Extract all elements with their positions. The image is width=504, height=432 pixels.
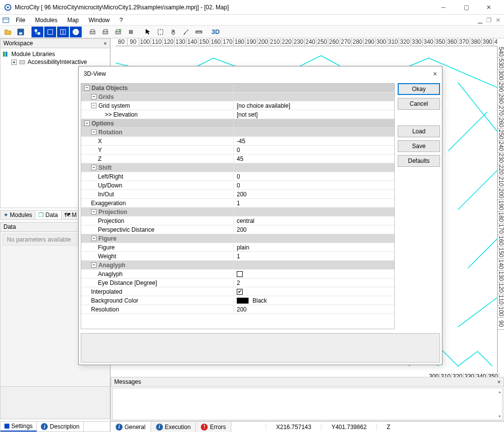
menu-modules[interactable]: Modules	[31, 16, 61, 25]
row-anaglyph[interactable]: Anaglyph	[98, 271, 123, 278]
svg-point-21	[119, 29, 121, 31]
okay-button[interactable]: Okay	[398, 83, 440, 95]
stop-icon[interactable]	[125, 27, 137, 37]
group-options[interactable]: Options	[92, 120, 114, 127]
load-button[interactable]: Load	[398, 125, 440, 137]
val-shift-io[interactable]: 200	[234, 191, 394, 198]
dialog-close-icon[interactable]: ×	[433, 70, 437, 78]
svg-rect-10	[48, 30, 53, 34]
row-rot-x[interactable]: X	[98, 138, 102, 145]
menu-help[interactable]: ?	[116, 16, 127, 25]
group-grids[interactable]: Grids	[98, 93, 114, 100]
group-projection[interactable]: Projection	[98, 209, 127, 216]
expand-icon[interactable]: +	[11, 60, 17, 65]
group-data-objects[interactable]: Data Objects	[92, 85, 127, 92]
mdi-minimize-icon[interactable]: ▁	[476, 17, 484, 24]
menu-map[interactable]: Map	[63, 16, 83, 25]
open-icon[interactable]	[2, 27, 14, 37]
row-figure[interactable]: Figure	[98, 244, 115, 251]
tab-modules[interactable]: ✦Modules	[0, 211, 35, 219]
row-shift-io[interactable]: In/Out	[98, 191, 114, 198]
window-title: MicroCity [ 96 MicroCity\microcity\Micro…	[15, 4, 432, 11]
menu-window[interactable]: Window	[85, 16, 114, 25]
dialog-titlebar[interactable]: 3D-View ×	[79, 66, 442, 81]
3d-button[interactable]: 3D	[210, 27, 221, 37]
row-shift-lr[interactable]: Left/Right	[98, 173, 123, 180]
tree-root[interactable]: Module Libraries	[2, 50, 108, 58]
messages-close-icon[interactable]: ×	[498, 379, 501, 385]
pan-icon[interactable]	[167, 27, 179, 37]
print-icon[interactable]	[87, 27, 98, 37]
val-weight[interactable]: 1	[234, 253, 394, 260]
group-figure[interactable]: Figure	[98, 235, 117, 242]
measure-icon[interactable]	[180, 27, 192, 37]
messages-body[interactable]: ▴ ▾	[112, 388, 503, 420]
row-exaggeration[interactable]: Exaggeration	[91, 200, 126, 207]
svg-rect-29	[5, 52, 7, 57]
dialog-title: 3D-View	[84, 70, 106, 77]
scroll-down-icon[interactable]: ▾	[499, 414, 501, 419]
val-background[interactable]: Black	[234, 297, 394, 304]
expander-icon[interactable]: −	[84, 85, 90, 91]
svg-line-42	[458, 298, 497, 327]
group-shift[interactable]: Shift	[98, 164, 112, 171]
print2-icon[interactable]	[99, 27, 111, 37]
workspace-close-icon[interactable]: ×	[104, 40, 107, 46]
tree-view-icon[interactable]	[32, 27, 43, 37]
panel1-icon[interactable]	[44, 27, 56, 37]
interpolated-checkbox[interactable]: ✔	[237, 289, 243, 295]
val-resolution[interactable]: 200	[234, 306, 394, 313]
val-figure[interactable]: plain	[234, 244, 394, 251]
data-details	[0, 387, 110, 419]
menu-file[interactable]: File	[12, 16, 29, 25]
row-interpolated[interactable]: Interpolated	[91, 288, 122, 295]
svg-rect-28	[3, 52, 5, 57]
maximize-button[interactable]: ▢	[455, 0, 477, 15]
info-icon[interactable]: i	[70, 27, 82, 37]
val-shift-lr[interactable]: 0	[234, 173, 394, 180]
save-icon[interactable]	[15, 27, 27, 37]
row-resolution[interactable]: Resolution	[91, 306, 119, 313]
mdi-restore-icon[interactable]: ❐	[485, 17, 493, 24]
val-projection[interactable]: central	[234, 217, 394, 224]
ruler-icon[interactable]	[193, 27, 205, 37]
defaults-button[interactable]: Defaults	[398, 155, 440, 167]
val-shift-ud[interactable]: 0	[234, 182, 394, 189]
row-projection[interactable]: Projection	[98, 217, 124, 224]
mdi-close-icon[interactable]: ✕	[494, 17, 502, 24]
row-eye-distance[interactable]: Eye Distance [Degree]	[98, 279, 157, 286]
val-elevation[interactable]: [not set]	[234, 111, 394, 118]
row-weight[interactable]: Weight	[98, 253, 116, 260]
row-shift-ud[interactable]: Up/Down	[98, 182, 122, 189]
save-button[interactable]: Save	[398, 140, 440, 152]
anaglyph-checkbox[interactable]	[237, 271, 243, 277]
val-rot-y[interactable]: 0	[234, 147, 394, 154]
row-rot-y[interactable]: Y	[98, 147, 102, 154]
cancel-button[interactable]: Cancel	[398, 98, 440, 110]
property-grid: −Data Objects −Grids −Grid system[no cho…	[81, 83, 395, 329]
tab-data[interactable]: ❐Data	[35, 211, 61, 219]
tree-child[interactable]: + AccessibilityInteractive	[11, 58, 108, 66]
zoom-area-icon[interactable]	[155, 27, 166, 37]
print3-icon[interactable]	[112, 27, 124, 37]
svg-rect-18	[104, 30, 107, 31]
row-perspective[interactable]: Perspectivic Distance	[98, 226, 155, 233]
val-eye-distance[interactable]: 2	[234, 279, 394, 286]
close-button[interactable]: ✕	[477, 0, 500, 15]
group-anaglyph[interactable]: Anaglyph	[98, 262, 126, 269]
val-grid-system[interactable]: [no choice available]	[234, 102, 394, 109]
val-rot-x[interactable]: -45	[234, 138, 394, 145]
row-grid-system[interactable]: Grid system	[98, 102, 130, 109]
panel2-icon[interactable]	[57, 27, 69, 37]
scroll-up-icon[interactable]: ▴	[499, 389, 501, 394]
val-exaggeration[interactable]: 1	[234, 200, 394, 207]
row-rot-z[interactable]: Z	[98, 155, 101, 162]
minimize-button[interactable]: ─	[432, 0, 455, 15]
pointer-icon[interactable]	[142, 27, 154, 37]
tab-maps[interactable]: 🗺M	[62, 211, 80, 219]
row-background[interactable]: Background Color	[91, 297, 138, 304]
row-elevation[interactable]: >> Elevation	[105, 111, 138, 118]
group-rotation[interactable]: Rotation	[98, 129, 123, 136]
val-perspective[interactable]: 200	[234, 226, 394, 233]
val-rot-z[interactable]: 45	[234, 155, 394, 162]
